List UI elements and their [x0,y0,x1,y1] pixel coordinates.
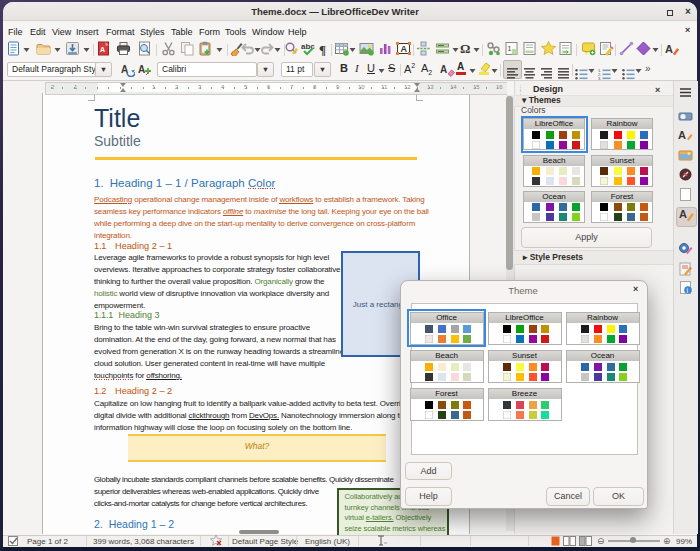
svg-text:Ω: Ω [460,41,470,56]
svg-text:1: 1 [508,45,512,52]
svg-text:A: A [678,129,686,141]
svg-text:A: A [138,64,145,75]
svg-text:¶: ¶ [319,42,326,57]
svg-text:abc: abc [301,42,315,51]
svg-text:A: A [665,43,673,55]
svg-text:A: A [440,64,447,75]
svg-text:A: A [100,46,105,53]
svg-text:3.: 3. [598,76,601,80]
svg-text:A: A [400,44,407,54]
